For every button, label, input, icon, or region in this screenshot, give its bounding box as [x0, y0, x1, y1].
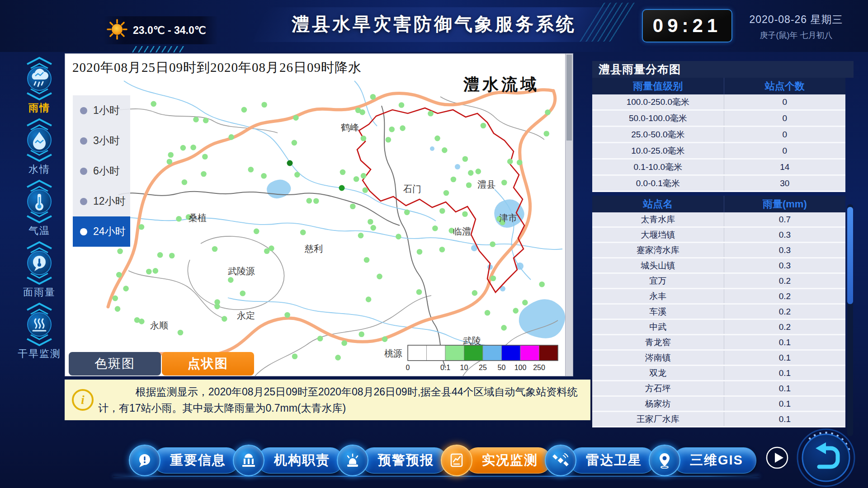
svg-text:临澧: 临澧	[453, 226, 471, 236]
table-row: 25.0-50.0毫米0	[592, 127, 845, 143]
time-option-3h[interactable]: 3小时	[73, 126, 130, 156]
nav-institution-duty[interactable]: 机构职责	[233, 445, 343, 476]
svg-text:武陵源: 武陵源	[228, 266, 255, 276]
map-county-boundary	[357, 108, 524, 292]
radio-icon	[80, 198, 87, 205]
nav-live-monitoring[interactable]: 实况监测	[441, 445, 551, 476]
svg-text:鹤峰: 鹤峰	[341, 122, 359, 132]
sidebar-item-label: 雨情	[13, 101, 66, 115]
time-option-12h[interactable]: 12小时	[73, 186, 130, 216]
digital-clock: 09:21	[642, 9, 732, 42]
sidebar-item-drought[interactable]: 干旱监测	[13, 301, 66, 361]
sidebar-item-label: 面雨量	[13, 286, 66, 299]
svg-text:慈利: 慈利	[304, 244, 323, 253]
svg-text:石门: 石门	[403, 184, 421, 194]
map-scrollbar[interactable]	[565, 54, 573, 376]
table-row: 车溪0.2	[592, 305, 845, 320]
svg-text:100: 100	[514, 364, 527, 371]
rainfall-panel: 澧县雨量分布图 雨量值级别 站点个数 100.0-250.0毫米0 50.0-1…	[592, 61, 854, 427]
svg-text:永定: 永定	[237, 310, 255, 320]
dot-map-button[interactable]: 点状图	[162, 352, 254, 375]
radio-icon	[80, 107, 87, 114]
table-row: 宜万0.2	[592, 274, 845, 289]
water-drop-icon	[19, 155, 60, 163]
nav-warning-forecast[interactable]: 预警预报	[337, 445, 447, 476]
sidebar-item-label: 水情	[13, 163, 66, 176]
thermometer-icon	[19, 217, 60, 225]
station-table-scrollbar[interactable]	[847, 204, 853, 436]
table-row: 王家厂水库0.1	[592, 412, 845, 427]
svg-text:0.1: 0.1	[440, 364, 450, 371]
table-row: 10.0-25.0毫米0	[592, 143, 845, 160]
sidebar-item-temperature[interactable]: 气温	[13, 178, 66, 238]
svg-text:永顺: 永顺	[150, 320, 168, 330]
monitor-chart-icon	[441, 445, 472, 476]
drought-icon	[19, 340, 60, 347]
sidebar-item-rain[interactable]: 雨情	[13, 55, 66, 115]
basin-label: 澧水流域	[463, 75, 539, 94]
table-row: 中武0.2	[592, 320, 845, 335]
table-row: 50.0-100.0毫米0	[592, 111, 845, 127]
nav-radar-satellite[interactable]: 雷达卫星	[545, 445, 655, 476]
map-legend: 0 0.1 10 25 50 100 250	[406, 345, 558, 371]
table-row: 城头山镇0.3	[592, 258, 845, 274]
svg-text:桑植: 桑植	[189, 213, 207, 223]
table-row: 杨家坊0.1	[592, 397, 845, 412]
svg-text:0: 0	[406, 364, 410, 371]
panel-title: 澧县雨量分布图	[592, 61, 854, 78]
table-row: 青龙窖0.1	[592, 335, 845, 351]
table-row: 太青水库0.7	[592, 212, 845, 228]
sidebar-item-area-rainfall[interactable]: 面雨量	[13, 239, 66, 299]
nav-3d-gis[interactable]: 三维GIS	[649, 445, 756, 476]
svg-text:澧县: 澧县	[477, 179, 495, 189]
monitoring-summary-text: 根据监测显示，2020年08月25日09时至2020年08月26日09时,据全县…	[98, 384, 579, 417]
info-icon: i	[72, 389, 94, 411]
svg-text:50: 50	[498, 364, 506, 371]
area-rainfall-icon	[19, 278, 60, 286]
nav-expand-button[interactable]	[765, 446, 789, 469]
date-text: 2020-08-26 星期三	[737, 13, 855, 27]
table-header: 雨量值级别 站点个数	[592, 78, 845, 94]
nav-important-info[interactable]: 重要信息	[129, 445, 239, 476]
map-watershed-boundary	[108, 90, 555, 364]
map-corner-decoration	[130, 46, 188, 52]
table-header: 站点名 雨量(mm)	[592, 196, 845, 212]
map-canvas[interactable]: 鹤峰 石门 澧县 津市 临澧 桑植 慈利 武陵源 永定 永顺 桃源 武陵 202…	[65, 54, 566, 376]
table-row: 方石坪0.1	[592, 381, 845, 397]
table-row: 涔南镇0.1	[592, 351, 845, 366]
station-dots	[113, 94, 551, 361]
time-option-24h[interactable]: 24小时	[73, 216, 130, 247]
weather-widget: 23.0℃ - 34.0℃	[103, 16, 218, 44]
institution-icon	[233, 445, 264, 476]
table-row: 蹇家湾水库0.3	[592, 243, 845, 258]
table-row: 大堰垱镇0.3	[592, 228, 845, 243]
svg-text:250: 250	[533, 364, 545, 371]
svg-text:10: 10	[460, 364, 468, 371]
sidebar-item-label: 干旱监测	[13, 347, 66, 361]
lunar-date-text: 庚子(鼠)年 七月初八	[737, 30, 855, 41]
svg-text:桃源: 桃源	[384, 348, 402, 358]
time-option-6h[interactable]: 6小时	[73, 156, 130, 186]
map-rivers	[97, 81, 562, 354]
date-widget: 2020-08-26 星期三 庚子(鼠)年 七月初八	[737, 13, 855, 41]
temperature-range: 23.0℃ - 34.0℃	[133, 24, 206, 37]
dashboard-root: 澧县水旱灾害防御气象服务系统 23.0℃ - 34.0℃	[0, 0, 868, 488]
precipitation-map[interactable]: 鹤峰 石门 澧县 津市 临澧 桑植 慈利 武陵源 永定 永顺 桃源 武陵 202…	[65, 53, 573, 376]
location-pin-icon	[649, 445, 680, 476]
time-option-1h[interactable]: 1小时	[73, 95, 130, 126]
sidebar-item-water[interactable]: 水情	[13, 117, 66, 176]
rainfall-distribution-table: 雨量值级别 站点个数 100.0-250.0毫米0 50.0-100.0毫米0 …	[592, 78, 845, 192]
svg-text:25: 25	[479, 364, 487, 371]
svg-text:津市: 津市	[499, 213, 517, 223]
table-row: 0.1-10.0毫米14	[592, 160, 845, 176]
monitoring-summary-bar: i 根据监测显示，2020年08月25日09时至2020年08月26日09时,据…	[65, 380, 590, 420]
table-row: 双龙0.1	[592, 366, 845, 381]
radio-icon	[80, 168, 87, 175]
color-patch-map-button[interactable]: 色斑图	[69, 352, 161, 375]
table-row: 永丰0.2	[592, 289, 845, 305]
return-home-button[interactable]	[796, 427, 856, 488]
station-rainfall-table: 站点名 雨量(mm) 太青水库0.7 大堰垱镇0.3 蹇家湾水库0.3 城头山镇…	[592, 196, 845, 427]
table-row: 100.0-250.0毫米0	[592, 94, 845, 111]
time-range-selector: 1小时 3小时 6小时 12小时 24小时	[73, 95, 130, 247]
sidebar-item-label: 气温	[13, 224, 66, 238]
